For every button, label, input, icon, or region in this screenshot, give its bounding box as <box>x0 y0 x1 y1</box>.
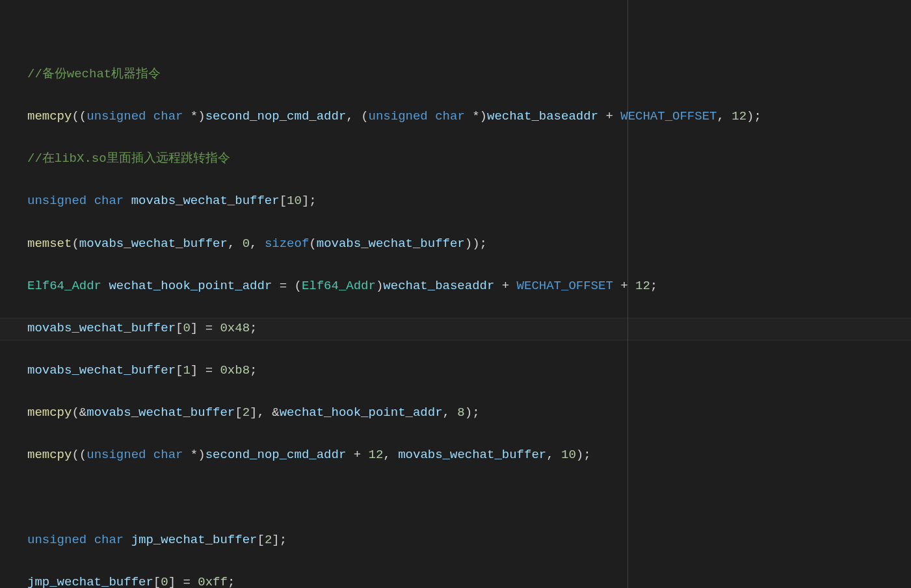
code-line: unsigned char movabs_wechat_buffer[10]; <box>27 190 911 212</box>
code-editor[interactable]: //备份wechat机器指令 memcpy((unsigned char *)s… <box>0 0 911 588</box>
id-hook-point: wechat_hook_point_addr <box>109 279 272 293</box>
code-line: memcpy((unsigned char *)second_nop_cmd_a… <box>27 106 911 127</box>
code-line <box>27 487 911 509</box>
code-line: memcpy(&movabs_wechat_buffer[2], &wechat… <box>27 402 911 424</box>
kw-unsigned: unsigned <box>86 109 146 123</box>
fn-memcpy: memcpy <box>27 109 72 123</box>
code-line: //备份wechat机器指令 <box>27 64 911 85</box>
kw-char: char <box>153 109 183 123</box>
code-line: //在libX.so里面插入远程跳转指令 <box>27 148 911 170</box>
kw-sizeof: sizeof <box>265 236 309 251</box>
id-second-nop: second_nop_cmd_addr <box>205 109 347 123</box>
code-line: Elf64_Addr wechat_hook_point_addr = (Elf… <box>27 275 911 297</box>
code-line: memcpy((unsigned char *)second_nop_cmd_a… <box>27 444 911 466</box>
id-wechat-base: wechat_baseaddr <box>487 109 598 123</box>
code-line: movabs_wechat_buffer[1] = 0xb8; <box>27 360 911 381</box>
id-movabs-wechat: movabs_wechat_buffer <box>131 194 280 208</box>
macro-offset: WECHAT_OFFSET <box>620 109 717 123</box>
type-elf64: Elf64_Addr <box>27 279 101 293</box>
code-line: memset(movabs_wechat_buffer, 0, sizeof(m… <box>27 233 911 255</box>
comment: //备份wechat机器指令 <box>27 67 161 81</box>
code-line: unsigned char jmp_wechat_buffer[2]; <box>27 530 911 551</box>
code-line: jmp_wechat_buffer[0] = 0xff; <box>27 572 911 588</box>
comment: //在libX.so里面插入远程跳转指令 <box>27 151 230 166</box>
fn-memset: memset <box>27 236 72 251</box>
id-jmp-wechat: jmp_wechat_buffer <box>131 533 257 547</box>
code-line: movabs_wechat_buffer[0] = 0x48; <box>27 318 911 339</box>
